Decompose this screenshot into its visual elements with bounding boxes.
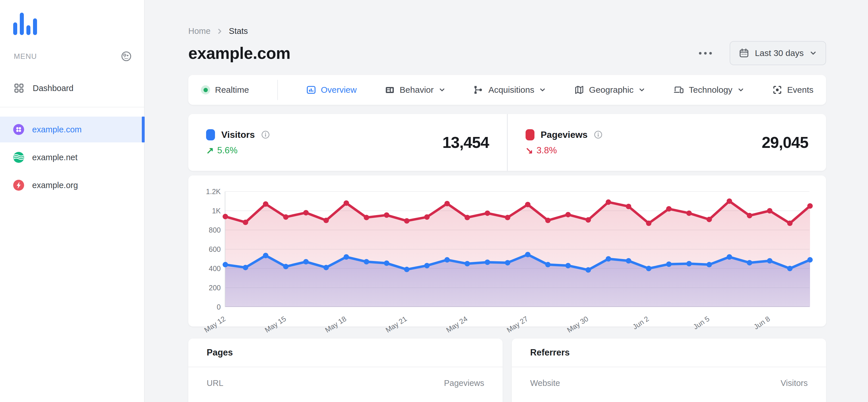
visitors-point[interactable]: [545, 262, 551, 267]
site-label: example.com: [32, 125, 82, 134]
sidebar: MENU Dashboard: [0, 0, 145, 402]
visitors-point[interactable]: [706, 262, 712, 267]
tab-events[interactable]: Events: [772, 85, 813, 95]
pageviews-point[interactable]: [464, 215, 470, 220]
pageviews-point[interactable]: [364, 215, 369, 220]
pageviews-point[interactable]: [747, 213, 752, 218]
visitors-point[interactable]: [303, 259, 309, 265]
visitors-point[interactable]: [444, 257, 450, 262]
info-icon[interactable]: [594, 130, 602, 139]
pageviews-point[interactable]: [263, 201, 268, 207]
kpi-delta: 3.8%: [536, 145, 557, 156]
pageviews-point[interactable]: [444, 201, 450, 206]
breadcrumb-home-link[interactable]: Home: [188, 26, 210, 36]
visitors-kpi-card[interactable]: Visitors ↗ 5.6% 13,454: [188, 114, 507, 171]
visitors-point[interactable]: [263, 253, 268, 258]
visitors-point[interactable]: [807, 257, 813, 262]
visitors-point[interactable]: [344, 254, 349, 259]
visitors-point[interactable]: [364, 259, 369, 265]
visitors-point[interactable]: [404, 267, 410, 272]
pageviews-point[interactable]: [565, 212, 571, 217]
app-logo-icon[interactable]: [13, 12, 144, 35]
date-range-button[interactable]: Last 30 days: [730, 41, 826, 65]
tab-overview[interactable]: Overview: [306, 85, 357, 95]
pageviews-point[interactable]: [706, 217, 712, 222]
pageviews-point[interactable]: [727, 198, 732, 204]
visitors-point[interactable]: [606, 256, 611, 261]
pageviews-kpi-card[interactable]: Pageviews ↘ 3.8% 29,045: [508, 114, 826, 171]
column-header-url: URL: [207, 378, 223, 388]
sidebar-site-example-com[interactable]: example.com: [0, 117, 144, 143]
tab-geographic[interactable]: Geographic: [575, 85, 645, 95]
pageviews-point[interactable]: [666, 206, 672, 212]
chevron-down-icon: [539, 86, 546, 93]
pageviews-point[interactable]: [404, 218, 410, 224]
pageviews-point[interactable]: [586, 217, 591, 222]
pageviews-point[interactable]: [303, 210, 309, 215]
info-icon[interactable]: [261, 130, 270, 139]
pageviews-point[interactable]: [344, 200, 349, 206]
visitors-point[interactable]: [384, 260, 389, 266]
pageviews-point[interactable]: [505, 215, 510, 220]
visitors-point[interactable]: [323, 265, 329, 270]
visitors-point[interactable]: [565, 263, 571, 268]
tab-acquisitions[interactable]: Acquisitions: [474, 85, 546, 95]
x-tick-label: Jun 2: [631, 314, 650, 331]
pageviews-point[interactable]: [686, 211, 692, 216]
visitors-point[interactable]: [626, 258, 631, 264]
tab-realtime[interactable]: Realtime: [201, 85, 249, 95]
y-tick-label: 1K: [212, 207, 221, 215]
face-icon[interactable]: [121, 51, 132, 62]
pageviews-point[interactable]: [283, 214, 288, 220]
realtime-pulse-icon: [201, 85, 210, 94]
visitors-point[interactable]: [787, 266, 793, 271]
site-label: example.org: [32, 181, 78, 190]
visitors-point[interactable]: [747, 260, 752, 265]
visitors-point[interactable]: [283, 264, 288, 269]
clover-badge-icon: [13, 124, 24, 135]
pageviews-point[interactable]: [545, 218, 551, 223]
waves-badge-icon: [13, 152, 24, 163]
pageviews-point[interactable]: [807, 203, 813, 209]
column-header-pageviews: Pageviews: [444, 378, 484, 388]
pageviews-point[interactable]: [787, 220, 793, 226]
chevron-down-icon: [737, 86, 744, 93]
visitors-point[interactable]: [485, 259, 490, 265]
pageviews-point[interactable]: [323, 218, 329, 223]
pageviews-point[interactable]: [646, 220, 652, 226]
visitors-point[interactable]: [505, 260, 510, 265]
pageviews-point[interactable]: [767, 208, 772, 214]
sidebar-site-example-org[interactable]: example.org: [0, 172, 144, 198]
visitors-point[interactable]: [243, 265, 248, 270]
visitors-point[interactable]: [223, 262, 228, 267]
active-indicator: [142, 117, 145, 143]
column-header-website: Website: [530, 378, 560, 388]
chevron-down-icon: [809, 50, 817, 57]
pageviews-point[interactable]: [485, 211, 490, 216]
pageviews-point[interactable]: [243, 220, 248, 225]
pageviews-point[interactable]: [606, 199, 611, 205]
pageviews-point[interactable]: [626, 204, 631, 209]
visitors-point[interactable]: [424, 263, 430, 268]
visitors-point[interactable]: [525, 252, 530, 257]
visitors-point[interactable]: [727, 254, 732, 259]
pageviews-point[interactable]: [384, 213, 389, 218]
visitors-point[interactable]: [686, 261, 692, 267]
pageviews-point[interactable]: [223, 214, 228, 219]
tab-behavior[interactable]: Behavior: [385, 85, 445, 95]
tab-technology[interactable]: Technology: [674, 85, 744, 95]
pageviews-point[interactable]: [424, 214, 430, 220]
sidebar-site-example-net[interactable]: example.net: [0, 145, 144, 170]
visitors-point[interactable]: [464, 261, 470, 267]
line-chart[interactable]: 02004006008001K1.2K: [225, 191, 809, 307]
visitors-point[interactable]: [586, 267, 591, 273]
chevron-down-icon: [639, 86, 645, 93]
visitors-point[interactable]: [666, 261, 672, 267]
sidebar-item-dashboard[interactable]: Dashboard: [0, 76, 144, 100]
visitors-point[interactable]: [646, 266, 652, 271]
pageviews-point[interactable]: [525, 202, 530, 207]
x-tick-label: Jun 5: [692, 314, 711, 331]
y-tick-label: 1.2K: [206, 187, 221, 196]
visitors-point[interactable]: [767, 258, 772, 264]
more-options-button[interactable]: [696, 49, 715, 57]
